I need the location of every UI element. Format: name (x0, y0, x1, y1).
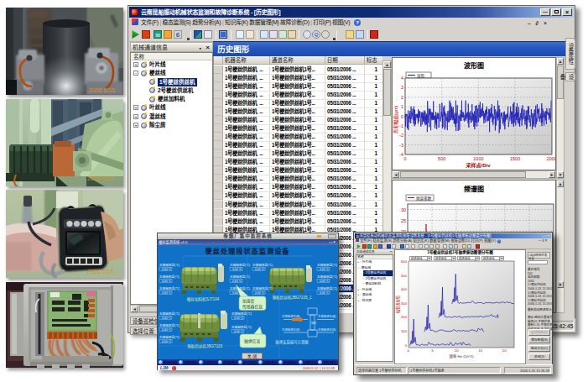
svg-text:5: 5 (431, 348, 434, 353)
svg-text:左端轴承温(℃): 左端轴承温(℃) (159, 263, 180, 267)
svg-text:0.00 ℃: 0.00 ℃ (232, 280, 242, 283)
svg-text:0: 0 (405, 343, 408, 348)
svg-text:15: 15 (478, 348, 482, 353)
svg-text:频谱参数: 频谱参数 (416, 196, 432, 201)
svg-text:0.00 ℃: 0.00 ℃ (320, 280, 330, 283)
svg-text:轴承信息: 轴承信息 (244, 338, 260, 344)
svg-text:0.00 ℃: 0.00 ℃ (234, 330, 244, 333)
svg-text:2006 7/15: 2006 7/15 (87, 269, 113, 275)
svg-text:频谱图: 频谱图 (464, 185, 484, 193)
svg-text:600: 600 (401, 259, 408, 264)
svg-text:1000: 1000 (473, 156, 483, 161)
svg-text:薄板烘丝机JBG7105_1: 薄板烘丝机JBG7105_1 (272, 295, 312, 301)
svg-text:左侧轴承左(B): 左侧轴承左(B) (282, 327, 299, 332)
svg-text:0.00 ℃: 0.00 ℃ (162, 317, 172, 320)
svg-text:0.00 ℃: 0.00 ℃ (255, 291, 265, 295)
svg-text:3: 3 (401, 85, 403, 90)
svg-text:-3: -3 (399, 143, 403, 148)
svg-text:30: 30 (401, 207, 406, 212)
svg-text:左端轴承温(℃): 左端轴承温(℃) (230, 275, 250, 279)
svg-text:左端轴承温(℃): 左端轴承温(℃) (159, 335, 180, 339)
svg-text:2: 2 (401, 95, 403, 100)
svg-text:梗丝处理段状态监测设备: 梗丝处理段状态监测设备 (205, 247, 289, 255)
svg-text:左端轴承温(℃): 左端轴承温(℃) (230, 263, 250, 267)
svg-text:0.00 ℃: 0.00 ℃ (320, 268, 330, 271)
svg-text:200: 200 (401, 315, 408, 319)
svg-text:2006 5/16: 2006 5/16 (87, 175, 113, 181)
svg-text:采样点/Div: 采样点/Div (466, 162, 491, 169)
svg-text:加速度: 加速度 (242, 298, 255, 304)
svg-text:0.00 ℃: 0.00 ℃ (162, 291, 172, 295)
svg-text:左端轴承温(℃): 左端轴承温(℃) (232, 325, 252, 329)
svg-text:左端轴承温(℃): 左端轴承温(℃) (159, 275, 180, 279)
svg-text:-2: -2 (399, 133, 403, 138)
svg-text:300: 300 (401, 301, 408, 306)
svg-text:梗丝加料机SJ7104: 梗丝加料机SJ7104 (187, 296, 220, 302)
svg-text:25: 25 (401, 218, 406, 223)
svg-text:左端轴承温(℃): 左端轴承温(℃) (159, 311, 180, 316)
svg-text:400: 400 (401, 287, 408, 291)
svg-text:2000: 2000 (547, 156, 555, 161)
svg-text:1500: 1500 (510, 156, 520, 161)
svg-text:左端轴承温(℃): 左端轴承温(℃) (232, 311, 252, 316)
svg-text:左端轴承温(℃): 左端轴承温(℃) (317, 263, 337, 267)
svg-text:0: 0 (408, 348, 410, 353)
svg-text:1: 1 (401, 104, 403, 109)
svg-text:轴承安装编号示意图: 轴承安装编号示意图 (275, 339, 309, 345)
svg-text:0.00 ℃: 0.00 ℃ (255, 268, 265, 271)
svg-text:500: 500 (438, 156, 445, 161)
svg-text:500: 500 (401, 274, 408, 278)
svg-text:薄板供丝机JBG7103: 薄板供丝机JBG7103 (187, 343, 223, 349)
svg-text:左端轴承温(℃): 左端轴承温(℃) (159, 323, 180, 327)
svg-text:幅值谱振值: 幅值谱振值 (395, 296, 401, 313)
svg-text:0.00 ℃: 0.00 ℃ (234, 317, 244, 320)
svg-text:频率 Hz (10^2): 频率 Hz (10^2) (450, 353, 474, 359)
svg-text:2006 6/15: 2006 6/15 (89, 87, 115, 93)
svg-text:轴承: 轴承 (311, 321, 316, 325)
svg-text:100: 100 (401, 329, 408, 333)
svg-text:左端轴承温(℃): 左端轴承温(℃) (252, 263, 273, 267)
svg-text:4: 4 (401, 76, 403, 81)
svg-text:0.00 ℃: 0.00 ℃ (232, 268, 242, 271)
svg-text:波形: 波形 (417, 73, 425, 79)
svg-text:左侧轴承右(A): 左侧轴承右(A) (282, 314, 299, 318)
svg-text:0: 0 (403, 156, 406, 161)
svg-text:0.00 ℃: 0.00 ℃ (320, 291, 330, 295)
svg-text:0.00 ℃: 0.00 ℃ (162, 280, 172, 283)
svg-text:0.00 ℃: 0.00 ℃ (162, 340, 172, 343)
svg-text:0: 0 (401, 114, 403, 119)
svg-text:-1: -1 (399, 123, 403, 128)
svg-text:-4: -4 (399, 152, 403, 157)
svg-text:右侧轴承右(A): 右侧轴承右(A) (318, 314, 336, 318)
svg-text:周期幅值(μm): 周期幅值(μm) (393, 105, 399, 133)
svg-text:0.00 ℃: 0.00 ℃ (162, 268, 172, 271)
svg-text:20: 20 (502, 348, 507, 353)
svg-text:传感器信息: 传感器信息 (242, 304, 263, 310)
svg-text:10: 10 (455, 348, 459, 353)
svg-text:左端轴承温(℃): 左端轴承温(℃) (317, 275, 337, 279)
svg-text:右侧轴承左(B): 右侧轴承左(B) (318, 327, 336, 332)
svg-text:0.00 ℃: 0.00 ℃ (162, 328, 172, 332)
svg-text:波形图: 波形图 (464, 61, 484, 70)
